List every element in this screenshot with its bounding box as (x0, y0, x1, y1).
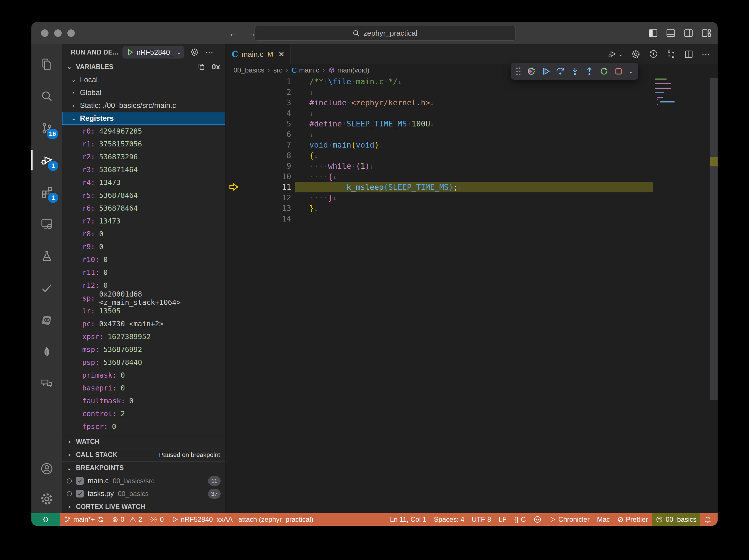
debug-run-icon[interactable] (607, 49, 617, 59)
debug-config-dropdown[interactable]: nRF52840_ ⌄ (123, 46, 185, 59)
task-check-icon[interactable] (31, 272, 62, 304)
stop-icon[interactable] (613, 65, 624, 78)
register-row[interactable]: r0:4294967285 (62, 125, 225, 137)
code-line[interactable]: 11········k_msleep(SLEEP_TIME_MS);↓ (226, 182, 718, 192)
account-icon[interactable] (31, 453, 62, 484)
scope-local[interactable]: ⌄Local (62, 73, 225, 86)
code-line[interactable]: 4↓ (226, 108, 718, 119)
tab-main-c[interactable]: C main.c M ✕ (226, 44, 291, 64)
breakpoint-circle-icon[interactable] (67, 491, 72, 496)
eol-item[interactable]: LF (495, 513, 510, 526)
code-line[interactable]: 13}↓ (226, 203, 718, 214)
call-stack-section-header[interactable]: ›CALL STACK Paused on breakpoint (62, 448, 225, 461)
register-row[interactable]: sp:0x20001d68 <z_main_stack+1064> (62, 292, 225, 304)
run-and-debug-icon[interactable]: 1 (31, 144, 62, 176)
breakpoint-row[interactable]: main.c00_basics/src11 (62, 474, 225, 487)
register-row[interactable]: r11:0 (62, 266, 225, 279)
register-row[interactable]: control:2 (62, 407, 225, 420)
breadcrumb-item[interactable]: main(void) (328, 66, 369, 74)
code-line[interactable]: 14 (226, 214, 718, 224)
register-row[interactable]: r6:536878464 (62, 202, 225, 215)
remote-explorer-icon[interactable] (31, 208, 62, 240)
code-line[interactable]: 5#define·SLEEP_TIME_MS·100U↓ (226, 119, 718, 129)
chronicler-item[interactable]: Chronicler (545, 513, 593, 526)
toggle-primary-sidebar-icon[interactable] (648, 28, 658, 38)
problems-item[interactable]: ⊗0 ⚠2 (108, 513, 146, 526)
breakpoint-row[interactable]: tasks.py00_basics37 (62, 487, 225, 500)
register-row[interactable]: primask:0 (62, 369, 225, 382)
mac-item[interactable]: Mac (593, 513, 614, 526)
command-center-search[interactable]: zephyr_practical (254, 26, 516, 41)
code-line[interactable]: 1/**·\file·main.c·*/↓ (226, 76, 718, 87)
close-tab-icon[interactable]: ✕ (278, 50, 284, 59)
traffic-lights[interactable] (41, 29, 75, 37)
code-line[interactable]: 3#include·<zephyr/kernel.h>↓ (226, 97, 718, 108)
copilot-item[interactable] (530, 513, 545, 526)
scope-static[interactable]: ›Static: ./00_basics/src/main.c (62, 99, 225, 112)
mongodb-leaf-icon[interactable] (31, 336, 62, 368)
breadcrumb-item[interactable]: src (273, 66, 282, 74)
breakpoints-section-header[interactable]: ⌄BREAKPOINTS (62, 461, 225, 474)
register-row[interactable]: fpscr:0 (62, 420, 225, 433)
split-editor-icon[interactable] (684, 49, 693, 59)
comments-icon[interactable] (31, 368, 62, 400)
copy-value-icon[interactable] (197, 63, 206, 71)
prettier-item[interactable]: ⊘Prettier (614, 513, 652, 526)
code-area[interactable]: 1/**·\file·main.c·*/↓2↓3#include·<zephyr… (226, 76, 718, 513)
register-row[interactable]: pc:0x4730 <main+2> (62, 317, 225, 330)
toolbar-drag-handle[interactable] (514, 65, 522, 78)
register-row[interactable]: r2:536873296 (62, 150, 225, 163)
watch-section-header[interactable]: ›WATCH (62, 435, 225, 448)
register-row[interactable]: r9:0 (62, 240, 225, 253)
reset-device-icon[interactable] (525, 65, 537, 78)
register-row[interactable]: basepri:0 (62, 382, 225, 394)
continue-icon[interactable] (540, 65, 552, 78)
debug-settings-gear-icon[interactable] (190, 48, 199, 57)
step-over-icon[interactable] (554, 65, 566, 78)
source-control-icon[interactable]: 16 (31, 112, 62, 144)
chevron-down-icon[interactable]: ⌄ (619, 51, 623, 57)
toggle-secondary-sidebar-icon[interactable] (683, 28, 693, 38)
settings-gear-icon[interactable] (31, 484, 62, 513)
timeline-history-icon[interactable] (648, 49, 658, 59)
open-changes-icon[interactable] (666, 49, 676, 59)
more-editor-actions-icon[interactable]: ⋯ (702, 49, 710, 59)
breadcrumb-item[interactable]: 00_basics (234, 66, 264, 74)
scope-registers[interactable]: ⌄Registers (62, 112, 225, 125)
register-row[interactable]: lr:13505 (62, 304, 225, 317)
go-back-icon[interactable]: ← (228, 28, 238, 39)
indentation-item[interactable]: Spaces: 4 (430, 513, 468, 526)
scrollbar-slider[interactable] (710, 78, 718, 400)
toggle-panel-icon[interactable] (666, 28, 676, 38)
minimize-window-button[interactable] (54, 29, 62, 37)
register-row[interactable]: r8:0 (62, 228, 225, 240)
code-line[interactable]: 7void·main(void)↓ (226, 139, 718, 150)
code-line[interactable]: 9····while·(1)↓ (226, 161, 718, 171)
step-into-icon[interactable] (569, 65, 581, 78)
register-row[interactable]: r7:13473 (62, 215, 225, 228)
register-row[interactable]: r3:536871464 (62, 163, 225, 176)
restart-icon[interactable] (598, 65, 610, 78)
variables-section-header[interactable]: ⌄ VARIABLES 0x (62, 60, 225, 73)
debug-session-item[interactable]: nRF52840_xxAA - attach (zephyr_practical… (168, 513, 317, 526)
remote-indicator[interactable] (31, 513, 60, 526)
extensions-icon[interactable]: 1 (31, 176, 62, 208)
register-row[interactable]: msp:536876992 (62, 343, 225, 356)
toolbar-more-icon[interactable]: ⌄ (627, 65, 635, 78)
language-mode-item[interactable]: {}C (510, 513, 530, 526)
code-line[interactable]: 6↓ (226, 129, 718, 139)
close-window-button[interactable] (41, 29, 48, 37)
register-row[interactable]: r10:0 (62, 253, 225, 266)
register-row[interactable]: r1:3758157056 (62, 137, 225, 150)
breakpoint-circle-icon[interactable] (67, 478, 72, 483)
workspace-item[interactable]: 00_basics (652, 513, 700, 526)
register-row[interactable]: psp:536878440 (62, 356, 225, 369)
breakpoint-checkbox[interactable] (76, 477, 84, 484)
register-row[interactable]: r4:13473 (62, 176, 225, 189)
code-line[interactable]: 12····}↓ (226, 192, 718, 203)
zoom-window-button[interactable] (67, 29, 75, 37)
link-extension-icon[interactable] (31, 304, 62, 336)
register-row[interactable]: xpsr:1627389952 (62, 330, 225, 343)
notifications-bell-item[interactable] (700, 513, 718, 526)
start-debug-icon[interactable] (126, 48, 134, 56)
